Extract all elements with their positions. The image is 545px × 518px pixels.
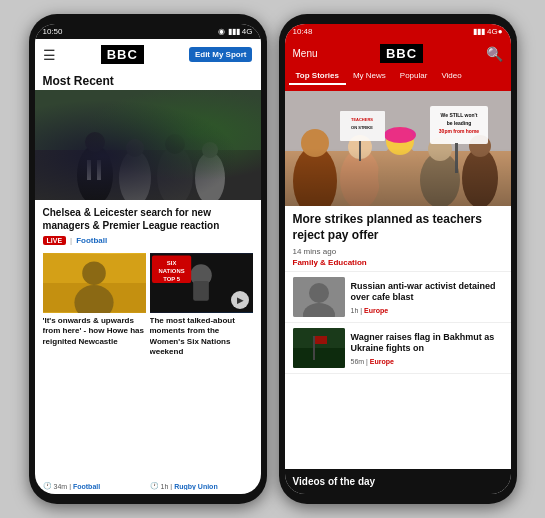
p2-time-ago: 14 mins ago: [293, 247, 337, 256]
live-badge: LIVE: [43, 236, 67, 245]
thumb-russia-svg: [293, 277, 345, 317]
p2-header: Menu BBC 🔍: [285, 39, 511, 68]
russia-time: 1h: [351, 307, 359, 314]
main-article-title[interactable]: Chelsea & Leicester search for new manag…: [43, 206, 253, 232]
p2-time: 10:48: [293, 27, 313, 36]
most-recent-title: Most Recent: [35, 70, 261, 90]
p1-indicators: ◉ ▮▮▮ 4G: [218, 27, 252, 36]
p2-news-list: Russian anti-war activist detained over …: [285, 272, 511, 469]
search-icon[interactable]: 🔍: [486, 46, 503, 62]
main-hero-image: [35, 90, 261, 200]
p1-time: 10:50: [43, 27, 63, 36]
wagner-tag[interactable]: Europe: [370, 358, 394, 365]
card-howe-meta: 🕐 34m | Football: [43, 482, 146, 490]
phones-container: 10:50 ◉ ▮▮▮ 4G ☰ BBC Edit My Sport Most …: [19, 4, 527, 514]
svg-rect-18: [193, 281, 209, 301]
edit-sport-button[interactable]: Edit My Sport: [189, 47, 253, 62]
tab-popular[interactable]: Popular: [393, 68, 435, 85]
clock-icon-2: 🕐: [150, 482, 159, 490]
tab-my-news[interactable]: My News: [346, 68, 393, 85]
hamburger-icon[interactable]: ☰: [43, 47, 56, 63]
svg-rect-50: [313, 336, 315, 360]
card-howe-tag: Football: [73, 483, 100, 490]
svg-text:NATIONS: NATIONS: [158, 268, 184, 274]
phone-2-screen: 10:48 ▮▮▮ 4G● Menu BBC 🔍 Top Stories My …: [285, 24, 511, 494]
videos-bar[interactable]: Videos of the day: [285, 469, 511, 494]
main-article-info: Chelsea & Leicester search for new manag…: [35, 200, 261, 249]
wagner-time: 56m: [351, 358, 365, 365]
svg-rect-49: [293, 348, 345, 368]
card-rugby-image: SIX NATIONS TOP 5 ▶: [150, 253, 253, 313]
news-text-wagner: Wagner raises flag in Bakhmut as Ukraine…: [351, 332, 503, 365]
svg-text:TOP 5: TOP 5: [163, 276, 180, 282]
card-rugby-meta: 🕐 1h | Rugby Union: [150, 482, 253, 490]
news-meta-wagner: 56m | Europe: [351, 358, 503, 365]
menu-text[interactable]: Menu: [293, 48, 318, 59]
article-tag[interactable]: Football: [76, 236, 107, 245]
p2-statusbar: 10:48 ▮▮▮ 4G●: [285, 24, 511, 39]
p2-article-tag[interactable]: Family & Education: [293, 258, 503, 267]
p1-header: ☰ BBC Edit My Sport: [35, 39, 261, 70]
card-rugby-separator: |: [170, 483, 172, 490]
card-rugby-time: 1h: [161, 483, 169, 490]
p2-article-meta: 14 mins ago: [293, 247, 503, 256]
card-rugby-tag: Rugby Union: [174, 483, 218, 490]
russia-tag[interactable]: Europe: [364, 307, 388, 314]
svg-text:SIX: SIX: [166, 260, 176, 266]
news-thumb-wagner: [293, 328, 345, 368]
p2-hero-image: We STILL won't be leading 30pm from home…: [285, 91, 511, 206]
news-title-russia: Russian anti-war activist detained over …: [351, 281, 503, 304]
news-title-wagner: Wagner raises flag in Bakhmut as Ukraine…: [351, 332, 503, 355]
card-rugby-title: The most talked-about moments from the W…: [150, 313, 253, 361]
phone-1: 10:50 ◉ ▮▮▮ 4G ☰ BBC Edit My Sport Most …: [29, 14, 267, 504]
thumb-wagner-svg: [293, 328, 345, 368]
svg-rect-51: [315, 336, 327, 344]
card-howe-time: 34m: [54, 483, 68, 490]
card-howe[interactable]: 'It's onwards & upwards from here' - how…: [43, 253, 146, 490]
p2-article-title: More strikes planned as teachers reject …: [293, 212, 503, 243]
clock-icon: 🕐: [43, 482, 52, 490]
phone-2: 10:48 ▮▮▮ 4G● Menu BBC 🔍 Top Stories My …: [279, 14, 517, 504]
bbc-logo: BBC: [101, 45, 144, 64]
p2-nav: Top Stories My News Popular Video: [285, 68, 511, 91]
bbc-logo-2: BBC: [380, 44, 423, 63]
tab-video[interactable]: Video: [434, 68, 468, 85]
tab-top-stories[interactable]: Top Stories: [289, 68, 346, 85]
play-icon[interactable]: ▶: [231, 291, 249, 309]
tag-separator: |: [70, 236, 72, 245]
p1-statusbar: 10:50 ◉ ▮▮▮ 4G: [35, 24, 261, 39]
card-howe-title: 'It's onwards & upwards from here' - how…: [43, 313, 146, 350]
svg-point-46: [309, 283, 329, 303]
news-text-russia: Russian anti-war activist detained over …: [351, 281, 503, 314]
svg-point-14: [82, 261, 106, 285]
news-item-russia[interactable]: Russian anti-war activist detained over …: [285, 272, 511, 323]
phone-1-screen: 10:50 ◉ ▮▮▮ 4G ☰ BBC Edit My Sport Most …: [35, 24, 261, 494]
card-rugby[interactable]: SIX NATIONS TOP 5 ▶ The most talked-abou…: [150, 253, 253, 490]
howe-svg: [43, 253, 146, 313]
news-thumb-russia: [293, 277, 345, 317]
article-tags: LIVE | Football: [43, 236, 253, 245]
news-meta-russia: 1h | Europe: [351, 307, 503, 314]
card-howe-separator: |: [69, 483, 71, 490]
image-overlay: [35, 90, 261, 200]
hero-overlay: [285, 91, 511, 206]
p2-indicators: ▮▮▮ 4G●: [473, 27, 503, 36]
card-howe-image: [43, 253, 146, 313]
news-item-wagner[interactable]: Wagner raises flag in Bakhmut as Ukraine…: [285, 323, 511, 374]
cards-row: 'It's onwards & upwards from here' - how…: [35, 249, 261, 494]
p2-main-article[interactable]: More strikes planned as teachers reject …: [285, 206, 511, 272]
